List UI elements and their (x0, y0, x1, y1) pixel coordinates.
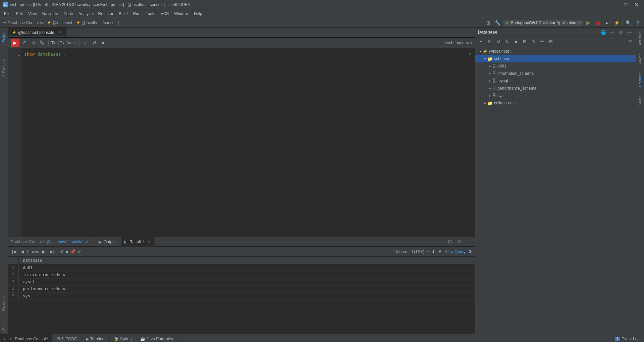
run-config-selector[interactable]: ▶ SpringbootWebQuickstartApplication ▾ (503, 20, 583, 26)
db-panel-settings-btn[interactable]: ⚙ (617, 29, 625, 36)
panel-settings-btn[interactable]: ⚙ (455, 238, 463, 246)
tree-node-performance-schema[interactable]: ▶ 🗄 performance_schema (475, 85, 636, 92)
breadcrumb-database-consoles[interactable]: Database Consoles (8, 20, 43, 25)
help-button[interactable]: ? (634, 19, 641, 27)
db01-label: db01 (497, 64, 506, 68)
coverage-button[interactable]: ▸ (603, 19, 611, 27)
result1-tab-close[interactable]: ✕ (146, 240, 151, 244)
result-table-container[interactable]: Database ⬆ 1 db01 2 information_schema (8, 257, 475, 334)
menu-build[interactable]: Build (116, 10, 130, 17)
db-grid-btn[interactable]: ⊞ (521, 38, 528, 45)
tx-mode-selector[interactable]: Tx: Auto (58, 40, 76, 46)
dock-btn[interactable]: ⤢ (77, 249, 81, 254)
pin-btn[interactable]: 📌 (70, 249, 75, 254)
db-sync-btn[interactable]: ⇅ (503, 38, 511, 45)
tree-node-mysql[interactable]: ▶ 🗄 mysql (475, 77, 636, 85)
download-btn[interactable]: ⬇ (431, 249, 435, 254)
sidebar-tab-structure[interactable]: Structure (1, 295, 7, 314)
menu-code[interactable]: Code (61, 10, 76, 17)
prev-page-btn[interactable]: ◀ (19, 249, 25, 255)
expand-button[interactable]: ⊞ (485, 19, 492, 27)
tree-node-information-schema[interactable]: ▶ 🗄 information_schema (475, 70, 636, 77)
db-add-btn[interactable]: + (477, 38, 485, 45)
row-num-2: 2 (8, 272, 19, 279)
menu-view[interactable]: View (25, 10, 40, 17)
refresh-btn[interactable]: ↺ (60, 249, 64, 254)
database-column-header[interactable]: Database ⬆ (19, 257, 475, 264)
right-sidebar-database[interactable]: Database (637, 70, 643, 90)
rollback-button[interactable]: ↺ (91, 39, 98, 47)
output-tab[interactable]: ▶ Output (95, 237, 119, 247)
result1-tab[interactable]: ⊞ Result 1 ✕ (121, 237, 155, 247)
btm-tab-todo[interactable]: ☑ 6: TODO (52, 334, 82, 342)
view-query-label[interactable]: View Query (445, 249, 466, 254)
settings-button[interactable]: 🔧 (494, 19, 501, 27)
btm-tab-database-console[interactable]: 🗃 15 Database Console (0, 334, 52, 342)
close-button[interactable]: ✕ (632, 0, 641, 9)
menu-refactor[interactable]: Refactor (96, 10, 116, 17)
menu-edit[interactable]: Edit (13, 10, 25, 17)
editor-tab-close[interactable]: ✕ (57, 30, 62, 35)
maximize-button[interactable]: □ (621, 0, 631, 9)
db-panel-minimize-btn[interactable]: — (626, 29, 633, 36)
console-link[interactable]: @localhost [console] (46, 240, 84, 244)
run-app-button[interactable]: ▶ (585, 19, 592, 27)
right-sidebar-ant-build[interactable]: Ant Build (637, 29, 643, 48)
menu-vcs[interactable]: VCS (158, 10, 172, 17)
bottom-panel-close-tab[interactable]: ✕ (85, 240, 90, 244)
tree-node-schemas[interactable]: ▾ 📁 schemas 5 (475, 55, 636, 62)
stop-button[interactable]: ■ (100, 39, 107, 47)
result-settings-btn[interactable]: ⚙ (468, 249, 472, 254)
tree-node-localhost[interactable]: ▾ ⚡ @localhost 5 (475, 48, 636, 55)
commit-button[interactable]: ✓ (82, 39, 90, 47)
debug-button[interactable]: 🐞 (594, 19, 601, 27)
minimize-button[interactable]: ─ (610, 0, 620, 9)
menu-navigate[interactable]: Navigate (40, 10, 61, 17)
btm-tab-terminal[interactable]: ▶ Terminal (82, 334, 110, 342)
panel-close-btn[interactable]: — (465, 238, 472, 246)
tree-node-collations[interactable]: ▶ 📁 collations 286 (475, 99, 636, 107)
tree-node-db01[interactable]: ▶ 🗄 db01 (475, 62, 636, 70)
menu-window[interactable]: Window (171, 10, 191, 17)
menu-analyze[interactable]: Analyze (76, 10, 96, 17)
db-stop-btn[interactable]: ■ (512, 38, 520, 45)
db-refresh-btn[interactable]: ↺ (495, 38, 502, 45)
next-page-btn[interactable]: ▶ (41, 249, 47, 255)
tree-node-sys[interactable]: ▶ 🗄 sys (475, 92, 636, 99)
search-everywhere-button[interactable]: 🔍 (625, 19, 632, 27)
db-panel-globe-btn[interactable]: 🌐 (600, 29, 607, 36)
db-panel-filter-btn[interactable]: ⇌ (608, 29, 616, 36)
code-editor[interactable]: show databases ; (21, 48, 475, 237)
btm-tab-event-log[interactable]: 1 Event Log (611, 334, 644, 342)
run-history-button[interactable]: ⏱ (21, 39, 28, 47)
right-sidebar-gradle[interactable]: Gradle (637, 93, 643, 108)
btm-tab-spring[interactable]: 🍃 Spring (110, 334, 136, 342)
menu-help[interactable]: Help (191, 10, 205, 17)
breadcrumb-console[interactable]: @localhost [console] (82, 20, 119, 25)
first-page-btn[interactable]: |◀ (11, 249, 17, 255)
schema-selector[interactable]: <schema> (442, 40, 471, 46)
db-funnel-btn[interactable]: ▽ (627, 38, 634, 45)
sidebar-tab-web[interactable]: Web (1, 322, 7, 334)
menu-run[interactable]: Run (130, 10, 143, 17)
execute-button[interactable]: ▶ (11, 39, 19, 47)
db-view-btn[interactable]: 👁 (538, 38, 546, 45)
db-edit-btn[interactable]: ✎ (530, 38, 537, 45)
filter-btn[interactable]: ▼ (438, 249, 442, 254)
db-filter2-btn[interactable]: ⊟ (547, 38, 554, 45)
explain-button[interactable]: ⊙ (30, 39, 37, 47)
breadcrumb-localhost[interactable]: @localhost (52, 20, 72, 25)
profile-button[interactable]: ⚡ (613, 19, 620, 27)
menu-tools[interactable]: Tools (143, 10, 158, 17)
db-copy-btn[interactable]: ⎘ (486, 38, 493, 45)
settings-btn[interactable]: 🔧 (38, 39, 46, 47)
sidebar-tab-favorites[interactable]: 2: Favorites (1, 56, 7, 79)
sidebar-tab-project[interactable]: 1: Project (1, 29, 7, 48)
menu-file[interactable]: File (1, 10, 13, 17)
editor-tab-console[interactable]: ⚡ @localhost [console] ✕ (8, 28, 66, 37)
right-sidebar-maven[interactable]: Maven (637, 51, 643, 66)
panel-expand-btn[interactable]: ⊞ (446, 238, 453, 246)
stop-result-btn[interactable]: ■ (66, 249, 68, 254)
btm-tab-java-enterprise[interactable]: ☕ Java Enterprise (136, 334, 179, 342)
last-page-btn[interactable]: ▶| (49, 249, 55, 255)
